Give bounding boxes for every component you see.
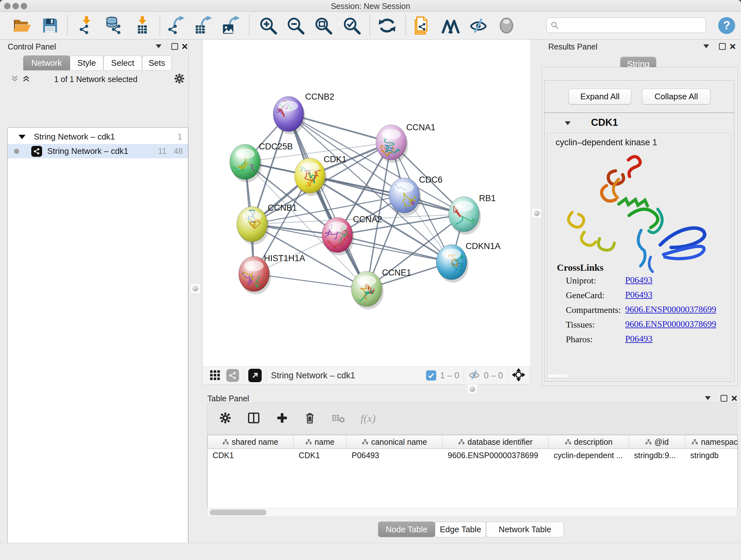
- control-panel-menu-icon[interactable]: [156, 44, 161, 48]
- network-tree-row[interactable]: String Network – cdk1 11 48: [8, 144, 188, 159]
- import-network-file-icon[interactable]: [77, 16, 96, 35]
- tab-select[interactable]: Select: [104, 56, 142, 70]
- tree-expand-icon[interactable]: [18, 135, 25, 139]
- help-icon[interactable]: ?: [718, 16, 736, 35]
- tab-network[interactable]: Network: [23, 56, 70, 70]
- table-panel-menu-icon[interactable]: [705, 396, 711, 400]
- add-column-icon[interactable]: [276, 412, 288, 426]
- app-window: Session: New Session: [0, 0, 741, 560]
- zoom-fit-icon[interactable]: [314, 16, 333, 35]
- horizontal-splitter-handle[interactable]: [467, 384, 477, 394]
- control-panel-float-icon[interactable]: [172, 43, 178, 50]
- crosslink-genecard-link[interactable]: P06493: [625, 290, 653, 300]
- left-splitter[interactable]: [188, 40, 203, 543]
- column-header-shared-name[interactable]: shared name: [207, 435, 293, 449]
- results-panel-close-icon[interactable]: ✕: [729, 43, 736, 51]
- column-header-description[interactable]: description: [549, 435, 629, 449]
- function-builder-icon: f(x): [360, 413, 376, 425]
- zoom-in-icon[interactable]: [259, 16, 277, 35]
- horizontal-splitter[interactable]: [202, 384, 530, 393]
- toolbar-separator: [508, 369, 508, 382]
- svg-text:RB1: RB1: [479, 193, 496, 203]
- import-network-database-icon[interactable]: [104, 16, 123, 35]
- network-tree-root-row[interactable]: String Network – cdk1 1: [8, 130, 188, 144]
- svg-text:CCNA1: CCNA1: [406, 123, 435, 132]
- toolbar-separator: [464, 369, 464, 382]
- table-hscrollbar[interactable]: [207, 508, 737, 517]
- network-share-icon[interactable]: [226, 369, 239, 382]
- collapse-all-button[interactable]: Collapse All: [642, 89, 711, 105]
- column-header-canonical-name[interactable]: canonical name: [347, 435, 443, 449]
- table-settings-gear-icon[interactable]: [219, 412, 232, 426]
- column-header-database-identifier[interactable]: database identifier: [443, 435, 549, 449]
- column-header-name[interactable]: name: [293, 435, 347, 449]
- results-panel-menu-icon[interactable]: [703, 44, 709, 48]
- open-session-icon[interactable]: [12, 16, 31, 35]
- crosslink-tissues-link[interactable]: 9606.ENSP00000378699: [625, 319, 716, 329]
- network-canvas[interactable]: CCNB2CCNA1CDC25BCDK1CDC6RB1CCNB1CCNA2CDK…: [202, 40, 531, 367]
- svg-text:CDC6: CDC6: [419, 175, 443, 185]
- results-panel-float-icon[interactable]: [719, 43, 726, 50]
- control-panel-close-icon[interactable]: ✕: [181, 43, 188, 51]
- zoom-out-icon[interactable]: [286, 16, 305, 35]
- zoom-selected-icon[interactable]: [342, 16, 361, 35]
- expand-all-button[interactable]: Expand All: [569, 89, 631, 105]
- tab-sets[interactable]: Sets: [142, 56, 172, 70]
- string-network-graph[interactable]: CCNB2CCNA1CDC25BCDK1CDC6RB1CCNB1CCNA2CDK…: [203, 40, 531, 367]
- crosslink-compartments-link[interactable]: 9606.ENSP00000378699: [625, 304, 716, 314]
- birdseye-view-icon[interactable]: [512, 368, 525, 382]
- export-table-icon[interactable]: [194, 16, 212, 35]
- table-panel-close-icon[interactable]: ✕: [731, 394, 738, 402]
- column-header--id[interactable]: @id: [629, 435, 685, 449]
- column-header-namespace[interactable]: namespace: [685, 435, 738, 449]
- tab-network-table[interactable]: Network Table: [486, 522, 564, 537]
- hide-selected-icon[interactable]: [469, 16, 488, 35]
- tab-style[interactable]: Style: [70, 56, 104, 70]
- show-graphics-details-icon[interactable]: [497, 16, 516, 35]
- table-cell[interactable]: 9606.ENSP00000378699: [443, 449, 549, 462]
- left-splitter-handle[interactable]: [190, 284, 200, 294]
- hidden-count: 0 – 0: [484, 371, 503, 381]
- tab-node-table[interactable]: Node Table: [378, 522, 435, 537]
- table-hscrollbar-thumb[interactable]: [210, 509, 266, 515]
- svg-text:CDKN1A: CDKN1A: [466, 241, 501, 251]
- table-cell[interactable]: CDK1: [207, 449, 293, 462]
- table-cell[interactable]: cyclin-dependent ...: [549, 449, 629, 462]
- table-toolbar: f(x): [207, 403, 737, 434]
- export-image-icon[interactable]: [222, 16, 240, 35]
- crosslink-pharos-link[interactable]: P06493: [625, 334, 653, 344]
- first-neighbors-icon[interactable]: [441, 16, 460, 35]
- table-row[interactable]: CDK1CDK1P064939606.ENSP00000378699cyclin…: [207, 449, 738, 462]
- gene-collapse-icon[interactable]: [565, 121, 570, 125]
- results-panel-title: Results Panel: [548, 42, 597, 51]
- search-input[interactable]: [559, 20, 705, 30]
- apply-preferred-layout-icon[interactable]: [378, 16, 396, 35]
- right-splitter-handle[interactable]: [532, 208, 542, 219]
- delete-column-icon[interactable]: [304, 412, 316, 425]
- tab-edge-table[interactable]: Edge Table: [435, 522, 486, 537]
- import-table-file-icon[interactable]: [133, 16, 151, 35]
- save-session-icon[interactable]: [41, 16, 59, 35]
- node-table: shared namenamecanonical namedatabase id…: [207, 435, 738, 508]
- table-panel-title: Table Panel: [207, 394, 249, 403]
- svg-text:HIST1H1A: HIST1H1A: [264, 253, 305, 263]
- show-columns-icon[interactable]: [247, 411, 260, 426]
- export-network-icon[interactable]: [166, 16, 185, 35]
- table-cell[interactable]: stringdb:9...: [629, 449, 685, 462]
- results-scrollbar-thumb[interactable]: [548, 374, 568, 378]
- crosslink-uniprot-link[interactable]: P06493: [625, 275, 653, 285]
- table-cell[interactable]: P06493: [347, 449, 443, 462]
- table-cell[interactable]: CDK1: [293, 449, 347, 462]
- table-panel-float-icon[interactable]: [721, 395, 727, 401]
- table-cell[interactable]: stringdb: [685, 449, 738, 462]
- svg-text:?: ?: [723, 19, 730, 32]
- status-bar: Memory: [0, 543, 741, 560]
- hidden-items-icon[interactable]: [468, 369, 480, 382]
- network-panel-gear-icon[interactable]: [174, 73, 185, 85]
- detach-view-icon[interactable]: [248, 369, 262, 382]
- clone-network-icon[interactable]: [413, 16, 431, 35]
- selected-nodes-checkbox[interactable]: [426, 370, 436, 381]
- expand-all-networks-icon[interactable]: [22, 74, 30, 84]
- grid-mode-icon[interactable]: [210, 369, 220, 381]
- collapse-all-networks-icon[interactable]: [10, 74, 19, 84]
